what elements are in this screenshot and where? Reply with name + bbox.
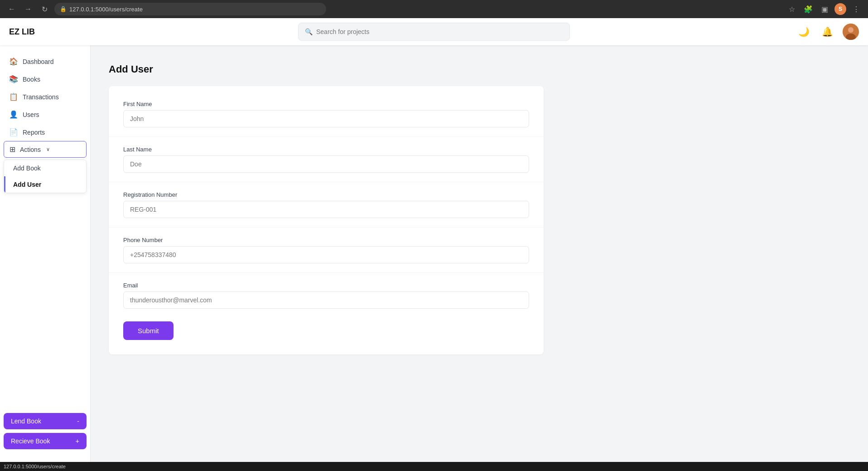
sidebar-bottom: Lend Book - Recieve Book + (0, 408, 90, 455)
form-group-first-name: First Name (123, 101, 529, 127)
receive-book-button[interactable]: Recieve Book + (4, 433, 87, 449)
search-bar[interactable]: 🔍 (298, 23, 570, 41)
lend-book-button[interactable]: Lend Book - (4, 413, 87, 429)
input-registration-number[interactable] (123, 201, 529, 218)
sidebar-item-users[interactable]: 👤 Users (0, 106, 90, 123)
status-url: 127.0.0.1:5000/users/create (4, 464, 66, 469)
browser-right-icons: ☆ 🧩 ▣ S ⋮ (786, 3, 863, 15)
sidebar-label-books: Books (23, 76, 40, 83)
page-title: Add User (109, 63, 850, 75)
reports-icon: 📄 (9, 128, 18, 136)
status-bar: 127.0.0.1:5000/users/create (0, 462, 868, 471)
lock-icon: 🔒 (60, 6, 67, 12)
sidebar-label-actions: Actions (20, 146, 41, 153)
sidebar: 🏠 Dashboard 📚 Books 📋 Transactions 👤 Use… (0, 45, 91, 462)
input-phone-number[interactable] (123, 246, 529, 263)
browser-chrome: ← → ↻ 🔒 127.0.0.1:5000/users/create ☆ 🧩 … (0, 0, 868, 18)
forward-button[interactable]: → (22, 3, 34, 15)
sidebar-label-dashboard: Dashboard (23, 58, 54, 65)
submit-button[interactable]: Submit (123, 321, 174, 340)
sidebar-item-actions[interactable]: ⊞ Actions ∨ (4, 141, 87, 158)
sidebar-item-books[interactable]: 📚 Books (0, 70, 90, 88)
books-icon: 📚 (9, 75, 18, 83)
menu-button[interactable]: ⋮ (850, 3, 863, 15)
app-logo: EZ LIB (9, 27, 35, 37)
dark-mode-button[interactable]: 🌙 (796, 24, 812, 40)
sidebar-item-dashboard[interactable]: 🏠 Dashboard (0, 53, 90, 70)
main-content: Add User First Name Last Name Registrati… (91, 45, 868, 462)
back-button[interactable]: ← (5, 3, 18, 15)
sidebar-item-transactions[interactable]: 📋 Transactions (0, 88, 90, 106)
sidebar-label-users: Users (23, 111, 39, 118)
label-email: Email (123, 282, 529, 289)
search-icon: 🔍 (305, 28, 313, 35)
bookmark-button[interactable]: ☆ (786, 3, 798, 15)
label-first-name: First Name (123, 101, 529, 107)
input-last-name[interactable] (123, 155, 529, 173)
reload-button[interactable]: ↻ (38, 3, 51, 15)
search-input[interactable] (316, 28, 563, 35)
add-user-form-card: First Name Last Name Registration Number… (109, 86, 544, 354)
app-wrapper: EZ LIB 🔍 🌙 🔔 🏠 Dashboard (0, 18, 868, 462)
form-group-registration-number: Registration Number (123, 191, 529, 218)
notifications-button[interactable]: 🔔 (819, 24, 835, 40)
actions-dropdown: Add Book Add User (4, 160, 87, 193)
input-first-name[interactable] (123, 110, 529, 127)
body-layout: 🏠 Dashboard 📚 Books 📋 Transactions 👤 Use… (0, 45, 868, 462)
home-icon: 🏠 (9, 57, 18, 66)
chevron-down-icon: ∨ (46, 146, 50, 152)
browser-profile[interactable]: S (834, 3, 846, 15)
form-group-last-name: Last Name (123, 146, 529, 173)
extensions-button[interactable]: 🧩 (802, 3, 815, 15)
sidebar-label-transactions: Transactions (23, 93, 59, 101)
url-text: 127.0.0.1:5000/users/create (69, 6, 143, 13)
transactions-icon: 📋 (9, 92, 18, 101)
actions-icon: ⊞ (10, 145, 15, 154)
label-last-name: Last Name (123, 146, 529, 153)
users-icon: 👤 (9, 110, 18, 119)
dropdown-item-add-book[interactable]: Add Book (4, 160, 86, 176)
svg-point-1 (848, 27, 854, 33)
sidebar-toggle-button[interactable]: ▣ (818, 3, 831, 15)
form-group-email: Email (123, 282, 529, 309)
form-group-phone-number: Phone Number (123, 237, 529, 263)
nav-right: 🌙 🔔 (796, 24, 859, 40)
input-email[interactable] (123, 291, 529, 309)
top-nav: EZ LIB 🔍 🌙 🔔 (0, 18, 868, 45)
sidebar-item-reports[interactable]: 📄 Reports (0, 123, 90, 141)
avatar[interactable] (843, 24, 859, 40)
label-registration-number: Registration Number (123, 191, 529, 198)
dropdown-item-add-user[interactable]: Add User (4, 176, 86, 193)
label-phone-number: Phone Number (123, 237, 529, 243)
address-bar[interactable]: 🔒 127.0.0.1:5000/users/create (54, 3, 326, 15)
sidebar-label-reports: Reports (23, 129, 45, 136)
